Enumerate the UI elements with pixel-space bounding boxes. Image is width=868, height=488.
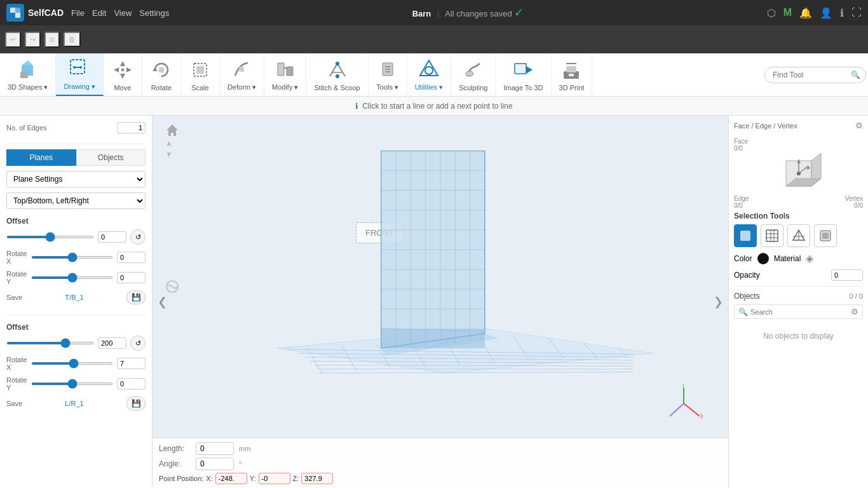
objects-gear-icon[interactable]: ⚙ — [851, 307, 858, 316]
user-icon[interactable]: 👤 — [820, 7, 832, 19]
tab-planes[interactable]: Planes — [6, 149, 76, 166]
tool-tools[interactable]: Tools ▾ — [369, 53, 407, 96]
objects-count: 0 / 0 — [850, 292, 863, 300]
tool-sculpting[interactable]: Sculpting — [451, 53, 496, 96]
tool-utilities[interactable]: Utilities ▾ — [407, 53, 452, 96]
rotate-x-spin-2[interactable] — [117, 358, 146, 369]
tool-scale-icon — [189, 58, 212, 81]
offset-slider-1[interactable] — [6, 236, 94, 238]
sel-tool-solid[interactable] — [734, 224, 757, 247]
rotate-x-row-2: Rotate X — [6, 356, 146, 371]
planes-objects-tabs: Planes Objects — [6, 149, 146, 166]
tab-objects[interactable]: Objects — [76, 149, 146, 166]
tool-drawing[interactable]: Drawing ▾ — [56, 53, 103, 96]
svg-rect-19 — [239, 67, 244, 72]
down-arrow[interactable]: ▼ — [165, 150, 173, 159]
angle-label: Angle: — [159, 459, 191, 468]
edges-input[interactable] — [117, 122, 146, 133]
rotate-x-row-1: Rotate X — [6, 250, 146, 265]
z-pos-input[interactable] — [301, 473, 333, 484]
viewport-3d-shape — [191, 141, 690, 437]
tool-3dshapes[interactable]: 3D Shapes ▾ — [0, 53, 56, 96]
svg-marker-10 — [120, 61, 125, 66]
tool-3dprint[interactable]: 3D Print — [552, 53, 593, 96]
right-gear-icon[interactable]: ⚙ — [855, 121, 863, 130]
offset-slider-2[interactable] — [6, 342, 94, 344]
svg-rect-32 — [515, 64, 526, 74]
tool-modify[interactable]: Modify ▾ — [264, 53, 306, 96]
sel-tool-wire[interactable] — [787, 224, 810, 247]
sel-tool-face[interactable] — [814, 224, 837, 247]
up-arrow[interactable]: ▲ — [165, 139, 173, 147]
menu-settings[interactable]: Settings — [139, 8, 169, 18]
y-pos-input[interactable] — [259, 473, 290, 484]
copy-button[interactable]: ⧉ — [44, 32, 60, 48]
rotate-y-label-1: Rotate Y — [6, 270, 27, 285]
rotate-y-slider-1[interactable] — [31, 276, 113, 279]
svg-rect-2 — [15, 8, 20, 13]
offset-spin-2[interactable] — [98, 337, 126, 349]
rotate-x-spin-1[interactable] — [117, 252, 146, 263]
svg-rect-14 — [121, 69, 124, 71]
viewport-nav-right[interactable]: ❯ — [714, 295, 723, 309]
delete-button[interactable]: 🗑 — [64, 32, 81, 47]
bottom-controls: Length: mm Angle: ° Point Position: X: Y… — [153, 438, 728, 488]
home-icon[interactable] — [165, 123, 179, 139]
face-label: Face 0/0 — [734, 138, 748, 152]
axis-indicator: X Y — [665, 384, 703, 424]
x-pos-input[interactable] — [215, 473, 247, 484]
bell-icon[interactable]: 🔔 — [799, 7, 812, 19]
plane-settings-dropdown[interactable]: Plane Settings — [6, 171, 146, 187]
tool-move[interactable]: Move — [104, 53, 142, 96]
tool-sculpting-icon — [462, 58, 485, 81]
svg-marker-13 — [126, 67, 132, 72]
svg-point-8 — [73, 66, 76, 69]
offset-spin-1[interactable] — [98, 231, 126, 243]
angle-input[interactable] — [196, 458, 234, 470]
app-logo[interactable]: SelfCAD — [6, 4, 64, 22]
viewport-nav-left[interactable]: ❮ — [158, 295, 167, 309]
tool-scale[interactable]: Scale — [181, 53, 220, 96]
face-edge-vertex-title: Face / Edge / Vertex — [734, 122, 797, 130]
redo-button[interactable]: ↪ — [25, 32, 41, 48]
tool-scale-label: Scale — [191, 84, 209, 92]
menu-view[interactable]: View — [114, 8, 132, 18]
color-picker[interactable] — [757, 253, 769, 264]
rotation-controls[interactable]: ▲ ▼ — [165, 139, 173, 159]
material-text: Material — [774, 254, 801, 263]
tool-rotate[interactable]: Rotate — [142, 53, 181, 96]
offset-reset-2[interactable]: ↺ — [130, 336, 146, 351]
offset-reset-1[interactable]: ↺ — [130, 229, 146, 245]
undo-button[interactable]: ↩ — [5, 32, 21, 48]
save-btn-2[interactable]: 💾 — [126, 396, 146, 410]
info-icon[interactable]: ℹ — [840, 7, 844, 19]
rotate-x-slider-2[interactable] — [31, 362, 113, 365]
objects-search-input[interactable] — [750, 308, 814, 316]
sel-tool-grid[interactable] — [761, 224, 783, 247]
rotate-y-spin-1[interactable] — [117, 272, 146, 283]
orbit-icon[interactable] — [165, 280, 179, 295]
opacity-input[interactable] — [831, 269, 863, 281]
menu-file[interactable]: File — [71, 8, 85, 18]
orientation-dropdown[interactable]: Top/Bottom, Left/Right — [6, 193, 146, 209]
viewport[interactable]: ❮ ❯ ▲ ▼ FRONT — [153, 116, 728, 488]
save-name-1: T/B_1 — [65, 294, 83, 301]
material-icon[interactable]: ◈ — [806, 252, 813, 264]
rotate-x-slider-1[interactable] — [31, 256, 113, 259]
tool-stitch-icon — [326, 58, 349, 81]
tool-image-to-3d[interactable]: Image To 3D — [496, 53, 551, 96]
rotate-y-slider-2[interactable] — [31, 383, 113, 385]
tool-stitch[interactable]: Stitch & Scoop — [306, 53, 368, 96]
save-label-2: Save — [6, 400, 22, 407]
tool-deform[interactable]: Deform ▾ — [220, 53, 264, 96]
m-icon[interactable]: M — [783, 7, 792, 18]
share-icon[interactable]: ⬡ — [767, 7, 776, 19]
length-input[interactable] — [196, 442, 234, 455]
save-btn-1[interactable]: 💾 — [126, 290, 146, 304]
rotate-y-spin-2[interactable] — [117, 378, 146, 390]
right-panel-header: Face / Edge / Vertex ⚙ — [734, 121, 863, 130]
search-objects-bar: 🔍 ⚙ — [734, 304, 863, 319]
rotate-x-label-2: Rotate X — [6, 356, 27, 371]
menu-edit[interactable]: Edit — [92, 8, 106, 18]
fullscreen-icon[interactable]: ⛶ — [851, 7, 862, 18]
